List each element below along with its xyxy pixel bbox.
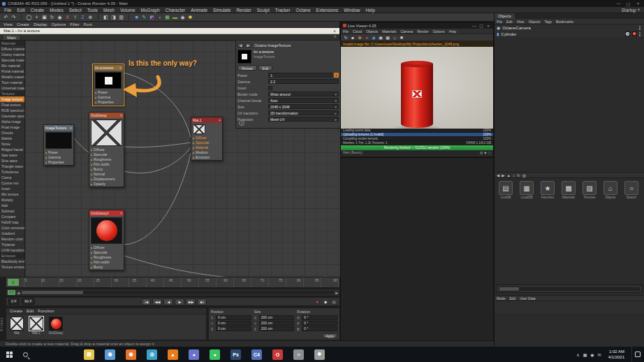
visibility-dots[interactable] — [639, 32, 641, 36]
node-port[interactable]: Emission — [191, 155, 222, 160]
record-keyframe-icon[interactable]: ● — [314, 300, 321, 304]
content-browser-item[interactable]: ⌂ Objects — [601, 180, 620, 209]
node-editor-menu-item[interactable]: Options — [50, 22, 68, 27]
scale-icon[interactable]: ▣ — [41, 13, 48, 21]
apply-button[interactable]: Apply — [323, 333, 337, 338]
content-browser-item[interactable]: ○ Search — [622, 180, 641, 209]
slider-handle[interactable] — [499, 287, 520, 291]
node-port[interactable]: Displacement — [89, 177, 124, 182]
node-port[interactable]: Diffuse — [191, 136, 222, 140]
refresh-icon[interactable]: ↻ — [517, 173, 520, 178]
node-type-item[interactable]: Multiply — [0, 197, 24, 203]
node-type-item[interactable]: Mix material — [0, 63, 24, 68]
node-type-item[interactable]: Subtract — [0, 208, 24, 214]
menu-item[interactable]: Edit — [14, 8, 27, 13]
rotation-b-field[interactable]: 0 ° — [302, 326, 337, 331]
node-editor-menu-item[interactable]: Filter — [68, 22, 81, 27]
node-close-icon[interactable]: × — [119, 65, 122, 71]
node-header[interactable]: OctGlossy1 × — [89, 210, 124, 216]
subdivision-surface-icon[interactable]: ◩ — [148, 13, 156, 21]
play-icon[interactable]: ▶ — [175, 298, 184, 305]
node-imagetexture[interactable]: ImageTexture × PowerGammaProperties — [43, 124, 74, 166]
stop-render-icon[interactable]: ■ — [350, 35, 356, 41]
chevron-down-icon[interactable]: ▸ — [335, 111, 337, 115]
menu-item[interactable]: Window — [341, 8, 363, 13]
size-z-field[interactable]: 200 cm — [259, 326, 295, 331]
menu-item[interactable]: Sculpt — [254, 8, 272, 13]
menu-item[interactable]: Modes — [47, 8, 66, 13]
object-manager-menu-item[interactable]: Edit — [504, 20, 515, 24]
position-z-field[interactable]: 0 cm — [216, 326, 251, 331]
node-type-item[interactable]: Saw wave — [0, 152, 24, 158]
spline-pen-icon[interactable]: ✎ — [140, 13, 148, 21]
node-editor-tab-main[interactable]: Main — [2, 34, 21, 40]
light-icon[interactable]: ✱ — [186, 13, 194, 21]
maximize-button[interactable]: ▢ — [478, 23, 484, 28]
object-manager-menu-item[interactable]: Tags — [542, 20, 554, 24]
node-port[interactable]: Gamma — [44, 155, 73, 160]
help-icon[interactable]: ? — [239, 120, 244, 126]
node-port[interactable]: Power — [44, 150, 73, 155]
explorer-icon[interactable]: ▤ — [84, 349, 94, 360]
move-icon[interactable]: + — [33, 13, 41, 21]
position-y-field[interactable]: 0 cm — [216, 321, 251, 326]
camera-icon[interactable]: ◉ — [179, 13, 186, 21]
node-close-icon[interactable]: × — [120, 210, 122, 216]
node-header[interactable]: Mat.1 × — [191, 117, 222, 123]
node-type-item[interactable]: Universal material — [0, 85, 24, 91]
node-type-item[interactable]: Mix texture — [0, 191, 24, 197]
nav-forward-button[interactable]: ▶ — [245, 43, 251, 48]
node-type-item[interactable]: Materials — [0, 41, 24, 46]
node-octglossy[interactable]: OctGlossy × DiffuseSpecularRoughnessFilm… — [89, 112, 124, 187]
node-type-item[interactable]: Image texture — [0, 96, 24, 102]
right-panel-slider[interactable] — [496, 284, 643, 293]
menu-item[interactable]: Help — [363, 8, 377, 13]
node-type-item[interactable]: Sine wave — [0, 158, 24, 164]
node-type-item[interactable]: RGB spectrum — [0, 108, 24, 113]
node-port[interactable]: Specular — [191, 140, 222, 145]
chevron-down-icon[interactable]: ▸ — [335, 117, 337, 122]
spotify-icon[interactable]: ● — [210, 349, 220, 360]
lv-settings-icon[interactable]: ✱ — [399, 35, 404, 41]
live-viewer-menu-item[interactable]: Camera — [398, 29, 415, 34]
node-im-a-texture[interactable]: Im a texture × PowerGammaProperties — [93, 64, 124, 106]
menu-item[interactable]: Mesh — [101, 8, 117, 13]
material-thumbnail[interactable] — [10, 317, 24, 331]
octane-icon[interactable]: O — [272, 349, 283, 360]
x-axis-icon[interactable]: X — [64, 13, 71, 21]
object-manager-menu-item[interactable]: View — [515, 20, 527, 24]
node-type-item[interactable]: Clamp — [0, 175, 24, 180]
node-mat1-output[interactable]: Mat.1 × DiffuseSpecularMaterialMediumEmi… — [191, 117, 223, 161]
end-frame-field[interactable]: 90 F — [22, 298, 35, 305]
discord-icon[interactable]: ● — [189, 349, 199, 360]
node-type-item[interactable]: Diffuse material — [0, 46, 24, 52]
node-port[interactable]: Film width — [89, 260, 124, 265]
y-axis-icon[interactable]: Y — [71, 13, 79, 21]
object-manager-menu-item[interactable]: Bookmarks — [554, 20, 576, 24]
minimize-button[interactable]: — — [615, 1, 622, 6]
live-viewer-menu-item[interactable]: Help — [447, 29, 458, 34]
vlc-icon[interactable]: ▲ — [168, 349, 178, 360]
denoise-icon[interactable]: ◇ — [392, 35, 397, 41]
hidden-icons-icon[interactable]: ∧ — [576, 352, 579, 357]
node-port[interactable]: Opacity — [89, 182, 124, 187]
edge-icon[interactable]: ◎ — [147, 349, 157, 360]
node-editor-menu-item[interactable]: Font — [82, 22, 94, 27]
breadcrumb-close-icon[interactable]: × — [333, 29, 336, 34]
up-icon[interactable]: ▲ — [506, 173, 510, 178]
node-port[interactable]: Properties — [94, 100, 123, 105]
content-browser-item[interactable]: ★ Favorites — [538, 180, 557, 209]
reload-button[interactable]: Reload — [237, 65, 257, 71]
material-item[interactable]: Mat — [8, 317, 25, 335]
node-type-item[interactable]: Metallic material — [0, 74, 24, 80]
node-type-item[interactable]: Invert — [0, 186, 24, 191]
menu-item[interactable]: Render — [233, 8, 254, 13]
action-center-button[interactable] — [631, 347, 643, 362]
live-viewer-menu-item[interactable]: Objects — [364, 29, 380, 34]
floor-icon[interactable]: ▬ — [171, 13, 179, 21]
content-browser-item[interactable]: ▨ Textures — [580, 180, 599, 209]
position-x-field[interactable]: 0 cm — [216, 315, 251, 320]
close-button[interactable]: × — [485, 24, 491, 28]
close-button[interactable]: × — [634, 1, 642, 6]
live-viewer-menu-item[interactable]: Render — [415, 29, 430, 34]
